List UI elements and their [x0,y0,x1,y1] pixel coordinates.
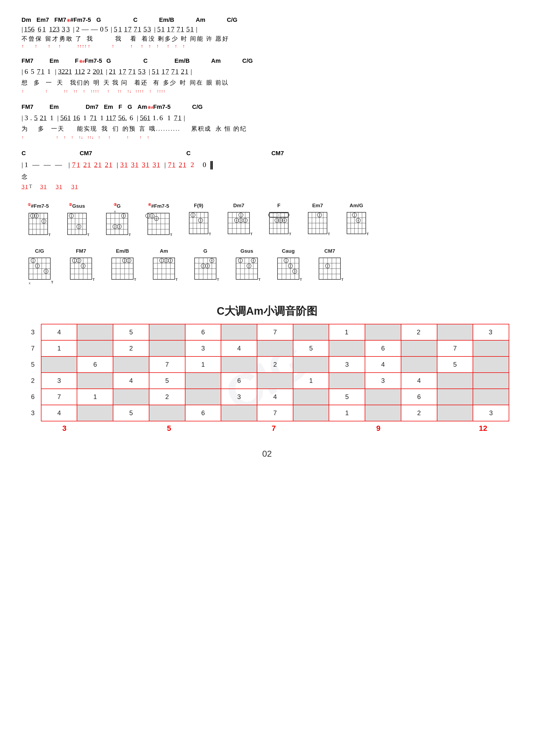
note-31-4f: 1 [146,159,149,171]
note-31-4h: 1 [157,159,160,171]
note-dash1: — [82,24,89,34]
note-51-3b: 1 [190,24,194,34]
bar-sep-3-4: | [184,112,185,124]
chord-diagram-Fm7-5-4: ④#Fm7-5 4 [144,202,173,240]
arrow-6: ↑ [88,44,90,48]
chord-diagram-Gsus-2: Gsus 1 4 2 [232,248,262,285]
bar-sep-1: | [21,24,23,34]
bar-sep-4-1: | [21,159,23,171]
scale-cell-2-7 [257,340,293,357]
note-51-2b: 1 [161,24,165,34]
chord-G-3: G [128,102,132,112]
note-21-4b: 1 [87,159,91,171]
chord-diagram-G-2: G 4 3 2 [191,248,220,285]
lyric-3-8: 言 [139,124,146,133]
chord-Dm7-3: Dm7 [86,102,98,112]
scale-cell-3-13 [473,357,509,373]
notation-row-1: Dm Em7 FM7④ #Fm7-5 G C Em/B Am C/G | 156… [21,16,513,51]
scale-row-label-5: 6 [25,389,41,405]
chord-diagram-EmB: Em/B 3 2 T [108,248,137,285]
chord-diagram-Am: Am 1 2 3 [149,248,179,285]
scale-cell-6-7: 7 [257,405,293,421]
note-5-3: 5 [34,112,38,124]
svg-text:T: T [134,278,136,282]
svg-text:3: 3 [294,270,295,273]
chord-grid-EmB: 3 2 T [108,255,137,285]
lyric-3-1: 为 [21,124,28,133]
scale-cell-1-7: 7 [257,324,293,340]
chord-Am-2: Am [211,56,221,66]
note-1-3: 1 [50,112,54,124]
note-17-2a: 1 [119,66,122,77]
chord-grid-CG: 1 2 3 x T [25,255,54,287]
chord-grid-F9: 1 3 T [185,210,212,239]
sub-notes-row-4: 31 T 31 31 31 [21,182,513,191]
lyric-2-13: 时 [180,78,187,87]
scale-row-label-3: 5 [25,357,41,373]
svg-text:2: 2 [37,265,38,268]
notes-row-1: | 156 61 123 33 | 2 — — 0 5 | 51 [21,24,513,34]
svg-text:4: 4 [123,214,124,217]
bar-sep-3: | [111,24,112,34]
arr-3-4: ↑ [71,134,73,141]
note-0: 0 [100,24,103,34]
scale-row-3: 5 6 7 1 2 3 4 5 [25,357,509,373]
arrow-9: ↑ [141,44,143,48]
scale-cell-6-4 [149,405,185,421]
note-17-3b: 7 [165,66,169,77]
note-71-3: 7 [171,66,175,77]
notation-row-3: FM7 Em Dm7 Em F G Am ④# Fm7-5 C/G | 3 . … [21,102,513,143]
scale-cell-6-9: 1 [329,405,365,421]
chord-CG-1: C/G [227,16,238,24]
arrow-13: ↑ [175,44,177,48]
bar-sep-4-3: | [116,159,118,171]
bar-sep-4: | [154,24,156,34]
chord-grid-Em7: 2 T [304,210,331,239]
chord-Em-2: Em [50,56,59,66]
chord-diagram-CM7: CM7 2 T [315,248,344,285]
scale-cell-1-4 [149,324,185,340]
note-dot-3: . [30,112,32,124]
arrow-14: ↑ [183,44,185,48]
scale-cell-6-12 [437,405,473,421]
note-3221: 3221 [58,66,72,77]
scale-row-label-4: 2 [25,373,41,389]
note-1-3c: 1 [100,112,104,124]
note-71-4b: 1 [76,159,80,171]
note-31-4d: 1 [135,159,139,171]
note-31-4g: 3 [153,159,156,171]
note-561-3b: 561 [140,112,150,124]
note-1-2: 1 [47,66,51,77]
chord-diagram-Caug: Caug 1 2 3 [273,248,303,285]
arr-3-7: ↑ [98,134,100,141]
scale-cell-3-7: 2 [257,357,293,373]
scale-cell-1-10 [365,324,401,340]
svg-text:1: 1 [74,259,75,262]
arrow-3: ↑ [48,44,50,48]
scale-cell-2-13 [473,340,509,357]
scale-row-1: 3 4 5 6 7 1· 2· [25,324,509,340]
note-56-3: 56. [118,112,127,124]
note-117-3: 117 [106,112,116,124]
scale-cell-4-6: 6 [221,373,257,389]
page-number: 02 [21,449,513,459]
note-71-3b: 1 [175,66,179,77]
note-21-2: 21 [109,66,116,77]
chord-diagram-Dm7: Dm7 1 4 [224,202,254,239]
lyric-2-5: 我们的 [70,78,90,87]
chord-CM7-4b: CM7 [271,148,284,158]
svg-text:4: 4 [252,259,254,262]
scale-cell-5-10 [365,389,401,405]
scale-cell-2-4 [149,340,185,357]
note-2: 2 [76,24,79,34]
scale-cell-6-5: 6 [185,405,221,421]
note-21-4f: 1 [109,159,112,171]
scale-cell-2-2 [77,340,113,357]
scale-cell-2-6: 4 [221,340,257,357]
note-71-3c: 1 [178,112,181,124]
scale-cell-2-11 [401,340,437,357]
svg-text:3: 3 [280,219,282,222]
content: Dm Em7 FM7④ #Fm7-5 G C Em/B Am C/G | 156… [21,16,513,459]
lyric-12: 愿好 [215,35,229,43]
note-5-2: 5 [31,66,34,77]
